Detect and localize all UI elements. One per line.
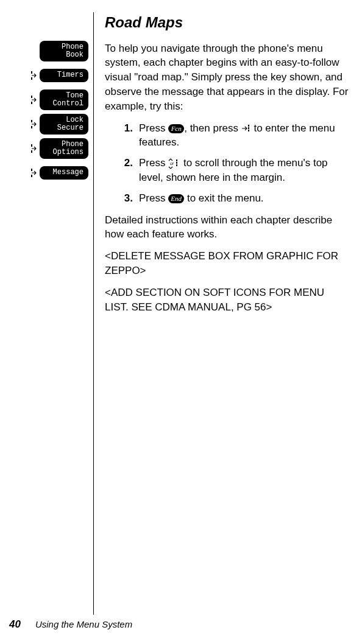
step-1: 1. Press Fcn, then press to enter the me… xyxy=(116,121,350,150)
svg-rect-6 xyxy=(31,144,32,147)
svg-rect-12 xyxy=(248,130,249,131)
arrow-right-icon xyxy=(29,144,40,153)
menu-chip-lock-secure: Lock Secure xyxy=(40,114,88,135)
right-arrow-signal-icon xyxy=(241,124,251,133)
step-text: , then press xyxy=(184,122,241,134)
step-3: 3. Press End to exit the menu. xyxy=(116,191,350,206)
step-text: Press xyxy=(139,192,168,204)
arrow-right-icon xyxy=(29,120,40,128)
svg-rect-7 xyxy=(31,150,32,153)
detail-paragraph: Detailed instructions within each chapte… xyxy=(105,213,350,242)
page-number: 40 xyxy=(9,617,21,632)
step-number: 1. xyxy=(116,121,133,150)
end-key-icon: End xyxy=(168,194,184,203)
menu-chip-tone-control: Tone Control xyxy=(40,89,88,110)
arrow-right-icon xyxy=(29,71,40,80)
svg-rect-9 xyxy=(31,175,32,177)
svg-rect-5 xyxy=(31,126,32,128)
svg-rect-0 xyxy=(31,71,32,74)
svg-rect-14 xyxy=(176,159,177,161)
step-number: 2. xyxy=(116,156,133,185)
svg-rect-11 xyxy=(248,127,249,129)
up-down-arrow-signal-icon: or xyxy=(168,158,180,169)
editor-note: <ADD SECTION ON SOFT ICONS FOR MENU LIST… xyxy=(105,285,350,315)
menu-chip-phone-options: Phone Options xyxy=(40,138,88,159)
svg-rect-15 xyxy=(176,162,177,164)
menu-chip-phone-book: Phone Book xyxy=(40,41,88,61)
footer-title: Using the Menu System xyxy=(35,618,132,631)
svg-rect-1 xyxy=(31,77,32,80)
section-heading: Road Maps xyxy=(105,12,350,33)
step-text: to exit the menu. xyxy=(184,192,263,204)
fcn-key-icon: Fcn xyxy=(168,124,184,133)
menu-chip-timers: Timers xyxy=(40,69,88,82)
step-text: Press xyxy=(139,157,168,169)
arrow-right-icon xyxy=(29,96,40,104)
svg-rect-3 xyxy=(31,102,32,104)
svg-rect-16 xyxy=(176,164,177,166)
svg-rect-8 xyxy=(31,169,32,171)
menu-chip-message: Message xyxy=(40,166,88,179)
arrow-right-icon xyxy=(29,169,40,177)
svg-rect-4 xyxy=(31,120,32,122)
editor-note: <DELETE MESSAGE BOX FROM GRAPHIC FOR ZEP… xyxy=(105,249,350,278)
intro-paragraph: To help you navigate through the phone's… xyxy=(105,41,350,114)
page-footer: 40 Using the Menu System xyxy=(9,617,132,632)
vertical-divider xyxy=(93,12,94,615)
step-2: 2. Press or to scroll through the menu's… xyxy=(116,156,350,185)
step-text: Press xyxy=(139,122,168,134)
svg-rect-10 xyxy=(248,125,249,127)
main-content: Road Maps To help you navigate through t… xyxy=(105,12,353,615)
step-number: 3. xyxy=(116,191,133,206)
menu-roadmap-sidebar: Phone Book Timers Tone Control Lock Secu… xyxy=(9,12,88,615)
svg-rect-2 xyxy=(31,96,32,98)
svg-text:or: or xyxy=(170,161,174,166)
